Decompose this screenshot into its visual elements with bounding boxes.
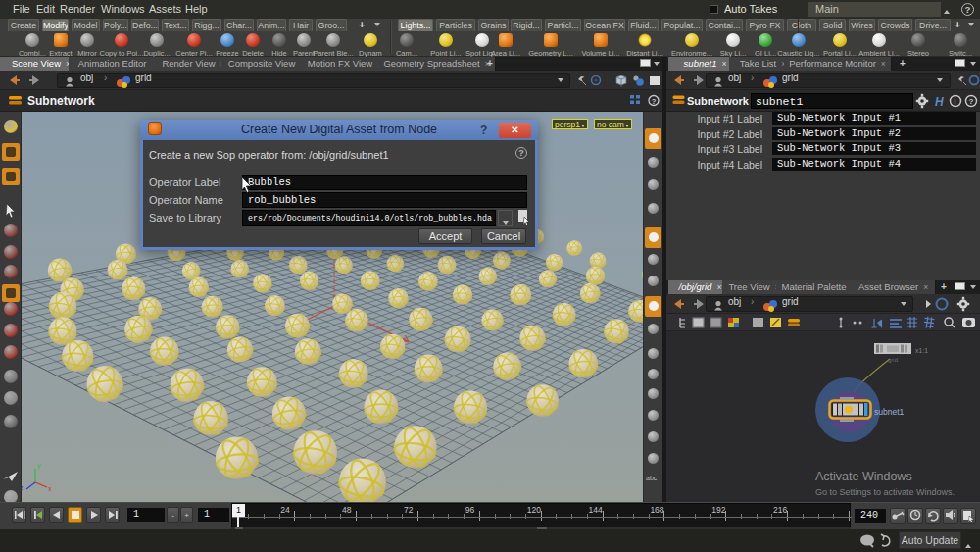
svg-text:Go to Settings to activate Win: Go to Settings to activate Windows. [815, 487, 955, 497]
svg-text:subnet1: subnet1 [874, 407, 905, 417]
svg-text:?: ? [652, 97, 657, 106]
svg-text:H: H [935, 95, 944, 109]
svg-text:?: ? [969, 97, 974, 106]
svg-text:i: i [955, 96, 956, 106]
svg-text:z: z [22, 484, 24, 491]
svg-text:y: y [37, 462, 41, 470]
svg-text:x1:1: x1:1 [915, 347, 928, 354]
svg-text:Activate Windows: Activate Windows [815, 470, 912, 483]
svg-text:grid: grid [888, 357, 898, 363]
svg-text:x: x [48, 485, 52, 492]
